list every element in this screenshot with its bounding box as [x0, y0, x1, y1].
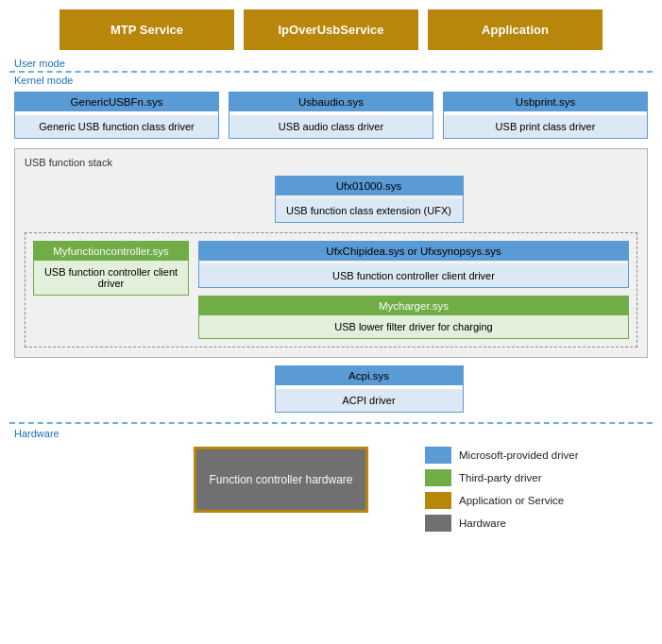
hardware-box: Function controller hardware	[194, 447, 368, 513]
hardware-box-label: Function controller hardware	[199, 464, 362, 496]
usbprint-box: Usbprint.sys USB print class driver	[443, 92, 648, 139]
ufx-title: Ufx01000.sys	[276, 177, 463, 195]
mtp-service-label: MTP Service	[110, 23, 183, 37]
hardware-line	[9, 422, 653, 424]
mycharger-box: Mycharger.sys USB lower filter driver fo…	[198, 296, 629, 339]
legend-blue-text: Microsoft-provided driver	[459, 449, 648, 461]
application-label: Application	[482, 23, 549, 37]
ipoverusb-label: IpOverUsbService	[278, 23, 383, 37]
user-mode-line	[9, 71, 653, 73]
inner-dashed-box: Myfunctioncontroller.sys USB function co…	[25, 232, 637, 347]
ufx-desc: USB function class extension (UFX)	[276, 199, 463, 222]
hardware-divider-section: Hardware	[9, 422, 653, 439]
hardware-label: Hardware	[9, 428, 653, 439]
genericusbfn-title: GenericUSBFn.sys	[15, 93, 218, 111]
acpi-box: Acpi.sys ACPI driver	[275, 365, 464, 413]
stack-label: USB function stack	[25, 157, 637, 168]
class-drivers-row: GenericUSBFn.sys Generic USB function cl…	[14, 92, 648, 139]
genericusbfn-desc: Generic USB function class driver	[15, 115, 218, 138]
ufx-row: Ufx01000.sys USB function class extensio…	[25, 176, 637, 223]
legend: Microsoft-provided driver Third-party dr…	[425, 447, 648, 532]
myfunc-col: Myfunctioncontroller.sys USB function co…	[33, 241, 189, 296]
gray-swatch	[425, 515, 451, 532]
kernel-area: GenericUSBFn.sys Generic USB function cl…	[9, 92, 653, 413]
green-swatch	[425, 469, 451, 486]
usbaudio-title: Usbaudio.sys	[229, 93, 433, 111]
right-col: UfxChipidea.sys or Ufxsynopsys.sys USB f…	[198, 241, 629, 339]
acpi-title: Acpi.sys	[276, 366, 463, 385]
usbaudio-desc: USB audio class driver	[229, 115, 433, 138]
ipoverusb-box: IpOverUsbService	[244, 9, 418, 50]
usbprint-title: Usbprint.sys	[444, 93, 647, 111]
top-row: MTP Service IpOverUsbService Application	[9, 9, 653, 50]
myfunc-title: Myfunctioncontroller.sys	[34, 242, 188, 261]
ufx-box: Ufx01000.sys USB function class extensio…	[275, 176, 464, 223]
bottom-section: Function controller hardware Microsoft-p…	[9, 447, 653, 532]
myfunc-desc: USB function controller client driver	[34, 261, 188, 295]
mycharger-desc: USB lower filter driver for charging	[199, 315, 628, 338]
genericusbfn-box: GenericUSBFn.sys Generic USB function cl…	[14, 92, 219, 139]
diagram-container: MTP Service IpOverUsbService Application…	[0, 0, 662, 644]
legend-gold-text: Application or Service	[459, 495, 648, 506]
usbaudio-box: Usbaudio.sys USB audio class driver	[229, 92, 433, 139]
ufxchip-desc: USB function controller client driver	[199, 264, 628, 287]
acpi-row: Acpi.sys ACPI driver	[14, 365, 648, 413]
acpi-desc: ACPI driver	[276, 389, 463, 412]
hardware-box-wrapper: Function controller hardware	[14, 447, 368, 513]
ufxchip-title: UfxChipidea.sys or Ufxsynopsys.sys	[199, 242, 628, 261]
ufxchip-box: UfxChipidea.sys or Ufxsynopsys.sys USB f…	[198, 241, 629, 288]
application-box: Application	[428, 9, 603, 50]
gold-swatch	[425, 492, 451, 509]
kernel-mode-label: Kernel mode	[9, 75, 653, 86]
usb-function-stack: USB function stack Ufx01000.sys USB func…	[14, 148, 648, 358]
user-mode-label: User mode	[9, 58, 653, 69]
mode-section: User mode Kernel mode	[9, 58, 653, 86]
blue-swatch	[425, 447, 451, 464]
usbprint-desc: USB print class driver	[444, 115, 647, 138]
mycharger-title: Mycharger.sys	[199, 297, 628, 315]
legend-gray-text: Hardware	[459, 517, 648, 529]
myfunc-box: Myfunctioncontroller.sys USB function co…	[33, 241, 189, 296]
mtp-service-box: MTP Service	[59, 9, 234, 50]
legend-green-text: Third-party driver	[459, 472, 648, 483]
